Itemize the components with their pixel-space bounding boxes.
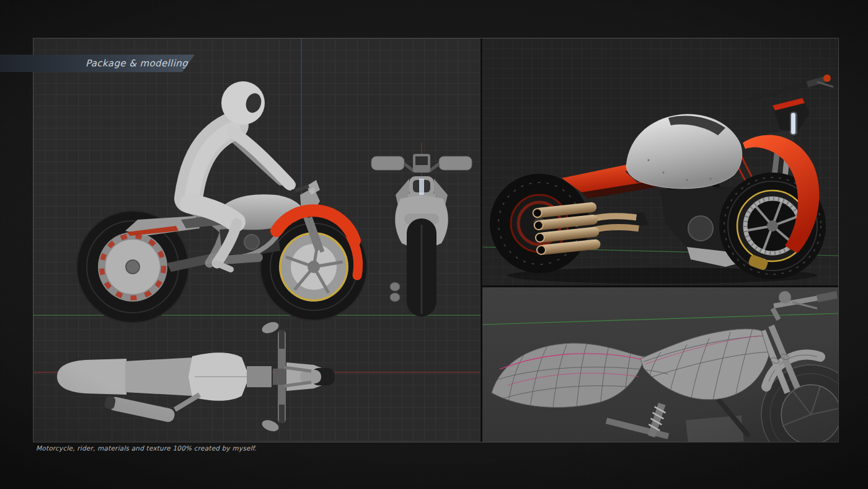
rider-foot (216, 263, 231, 269)
section-ribbon-label: Package & modelling (0, 58, 188, 69)
beauty-render-motorcycle (490, 74, 833, 279)
beauty-render-svg (482, 38, 838, 285)
tail-top (57, 359, 126, 395)
panel-beauty-render (482, 38, 838, 285)
front-view-motorcycle (371, 154, 472, 316)
wireframe-model (492, 291, 838, 442)
panel-ortho-views (33, 38, 480, 442)
ortho-views-svg (33, 38, 480, 442)
rider-near-arm (232, 132, 289, 184)
headlight-mask (773, 98, 810, 135)
handlebar (743, 74, 833, 102)
panel-wireframe (482, 287, 838, 442)
viewport-grid (33, 38, 838, 442)
footer-caption: Motorcycle, rider, materials and texture… (36, 444, 257, 452)
ground-guide-green (482, 313, 838, 325)
cockpit-top (247, 366, 272, 387)
presentation-board: Package & modelling Motorcycle, rider, m… (0, 0, 868, 489)
mirror-top-left (260, 320, 280, 336)
right-mirror (439, 156, 472, 170)
seat-top (125, 357, 193, 396)
side-view-motorcycle (77, 81, 367, 323)
left-mirror (371, 156, 404, 170)
mirror-top-right (260, 418, 280, 434)
fuel-tank (626, 114, 742, 189)
mirror (779, 291, 791, 303)
top-view-motorcycle (57, 320, 335, 434)
exhaust-top (104, 395, 175, 423)
wireframe-svg (482, 287, 838, 442)
section-ribbon: Package & modelling (0, 55, 195, 72)
